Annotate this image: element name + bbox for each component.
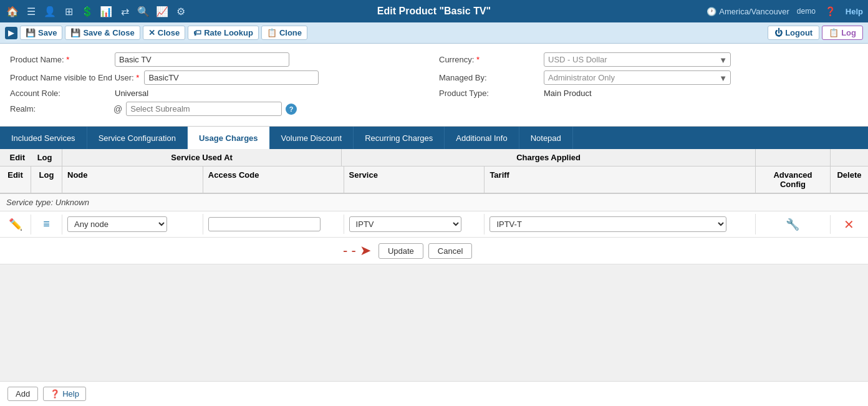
service-type-label: Service type: Unknown <box>0 194 868 211</box>
bottom-help-button[interactable]: ❓ Help <box>43 387 86 401</box>
page-title: Edit Product "Basic TV" <box>219 6 649 17</box>
service-select[interactable]: IPTV <box>349 216 461 232</box>
managed-by-label: Managed By: <box>439 73 539 82</box>
realm-row: Realm: @ ? <box>10 102 429 116</box>
tab-recurring-charges[interactable]: Recurring Charges <box>354 127 445 149</box>
product-name-visible-label: Product Name visible to End User: * <box>10 73 139 82</box>
rows-icon[interactable]: ≡ <box>39 217 54 232</box>
managed-by-select[interactable]: Administrator Only <box>544 70 731 85</box>
edit-log-header: Edit Log <box>0 149 62 166</box>
bottom-bar: Add ❓ Help <box>0 381 868 406</box>
tab-service-configuration[interactable]: Service Configuration <box>87 127 188 149</box>
access-code-input[interactable] <box>208 217 321 231</box>
realm-help-icon[interactable]: ? <box>286 104 297 115</box>
username-label: demo <box>797 7 816 16</box>
node-select[interactable]: Any node <box>67 216 167 232</box>
tab-included-services[interactable]: Included Services <box>0 127 87 149</box>
product-name-visible-input[interactable] <box>144 70 319 85</box>
add-button[interactable]: Add <box>7 387 38 401</box>
rate-lookup-icon: 🏷 <box>193 28 201 37</box>
th-delete: Delete <box>831 167 868 193</box>
edit-header: Edit <box>9 153 25 162</box>
currency-label: Currency: * <box>439 55 539 64</box>
th-edit: Edit <box>0 167 31 193</box>
tab-notepad[interactable]: Notepad <box>519 127 573 149</box>
delete-cell: ✕ <box>831 215 868 234</box>
th-access: Access Code <box>203 167 344 193</box>
home-icon[interactable]: 🏠 <box>5 4 20 19</box>
form-grid: Product Name: * Product Name visible to … <box>10 52 858 120</box>
form-right: Currency: * USD - US Dollar ▼ Managed By… <box>439 52 858 120</box>
log-icon: 📋 <box>829 28 839 37</box>
tools-icon[interactable]: 🔧 <box>786 218 799 231</box>
settings-icon[interactable]: ⚙ <box>173 4 188 19</box>
help-button[interactable]: Help <box>846 7 863 16</box>
help-circle-icon[interactable]: ❓ <box>823 4 838 19</box>
product-type-value: Main Product <box>544 89 592 98</box>
advanced-config-cell: 🔧 <box>756 215 831 234</box>
product-form: Product Name: * Product Name visible to … <box>0 44 868 127</box>
edit-pencil-icon[interactable]: ✏️ <box>8 217 23 232</box>
save-button[interactable]: 💾 Save <box>20 26 62 40</box>
dollar-icon[interactable]: 💲 <box>80 4 95 19</box>
clock-icon: 🕐 <box>706 7 716 16</box>
tabs-bar: Included Services Service Configuration … <box>0 127 868 149</box>
rate-lookup-button[interactable]: 🏷 Rate Lookup <box>188 26 259 40</box>
play-button[interactable]: ▶ <box>5 27 17 39</box>
log-button[interactable]: 📋 Log <box>822 26 863 40</box>
table-row: ✏️ ≡ Any node IPTV IPTV-T <box>0 211 868 238</box>
product-type-label: Product Type: <box>439 89 539 98</box>
th-advanced-config: Advanced Config <box>756 167 831 193</box>
account-role-value: Universal <box>115 89 148 98</box>
product-name-input[interactable] <box>115 52 289 67</box>
edit-cell: ✏️ <box>0 215 31 234</box>
form-left: Product Name: * Product Name visible to … <box>10 52 429 120</box>
save-close-button[interactable]: 💾 Save & Close <box>65 26 140 40</box>
toolbar: ▶ 💾 Save 💾 Save & Close ✕ Close 🏷 Rate L… <box>0 22 868 44</box>
top-navbar: 🏠 ☰ 👤 ⊞ 💲 📊 ⇄ 🔍 📈 ⚙ Edit Product "Basic … <box>0 0 868 22</box>
managed-by-select-wrapper: Administrator Only ▼ <box>544 70 731 85</box>
grid-icon[interactable]: ⊞ <box>61 4 76 19</box>
log-header: Log <box>37 153 52 162</box>
adv-config-spacer <box>756 149 831 166</box>
required-star2: * <box>136 73 139 82</box>
search-icon[interactable]: 🔍 <box>136 4 151 19</box>
product-name-visible-row: Product Name visible to End User: * <box>10 70 429 85</box>
tariff-select[interactable]: IPTV-T <box>489 216 726 232</box>
logout-button[interactable]: ⏻ Logout <box>768 26 819 40</box>
save-close-icon: 💾 <box>70 28 80 37</box>
access-code-cell <box>203 215 344 234</box>
list-icon[interactable]: ☰ <box>24 4 39 19</box>
close-button[interactable]: ✕ Close <box>143 26 185 40</box>
delete-icon[interactable]: ✕ <box>844 217 854 232</box>
bottom-help-icon: ❓ <box>50 389 60 399</box>
update-button[interactable]: Update <box>379 243 423 259</box>
timezone-info: 🕐 America/Vancouver <box>706 7 789 16</box>
service-cell: IPTV <box>344 214 485 234</box>
currency-select[interactable]: USD - US Dollar <box>544 52 731 67</box>
log-cell: ≡ <box>31 215 62 234</box>
nav-icons: 🏠 ☰ 👤 ⊞ 💲 📊 ⇄ 🔍 📈 ⚙ <box>5 4 219 19</box>
tab-volume-discount[interactable]: Volume Discount <box>270 127 354 149</box>
product-type-row: Product Type: Main Product <box>439 89 858 98</box>
node-cell: Any node <box>62 214 203 234</box>
realm-label: Realm: <box>10 104 110 114</box>
th-tariff: Tariff <box>485 167 756 193</box>
user-icon[interactable]: 👤 <box>42 4 57 19</box>
charges-applied-header: Charges Applied <box>342 149 756 166</box>
tab-additional-info[interactable]: Additional Info <box>445 127 519 149</box>
currency-select-wrapper: USD - US Dollar ▼ <box>544 52 731 67</box>
table-outer-header: Edit Log Service Used At Charges Applied <box>0 149 868 167</box>
compare-icon[interactable]: ⇄ <box>117 4 132 19</box>
managed-by-row: Managed By: Administrator Only ▼ <box>439 70 858 85</box>
logout-icon: ⏻ <box>774 28 783 37</box>
product-name-label: Product Name: * <box>10 55 110 64</box>
line-chart-icon[interactable]: 📈 <box>155 4 170 19</box>
update-cancel-row: - - ➤ Update Cancel <box>0 238 868 264</box>
save-icon: 💾 <box>26 28 36 37</box>
tab-usage-charges[interactable]: Usage Charges <box>188 127 270 149</box>
chart-icon[interactable]: 📊 <box>99 4 113 19</box>
cancel-button[interactable]: Cancel <box>428 243 472 259</box>
realm-input[interactable] <box>126 102 282 116</box>
clone-button[interactable]: 📋 Clone <box>261 26 307 40</box>
